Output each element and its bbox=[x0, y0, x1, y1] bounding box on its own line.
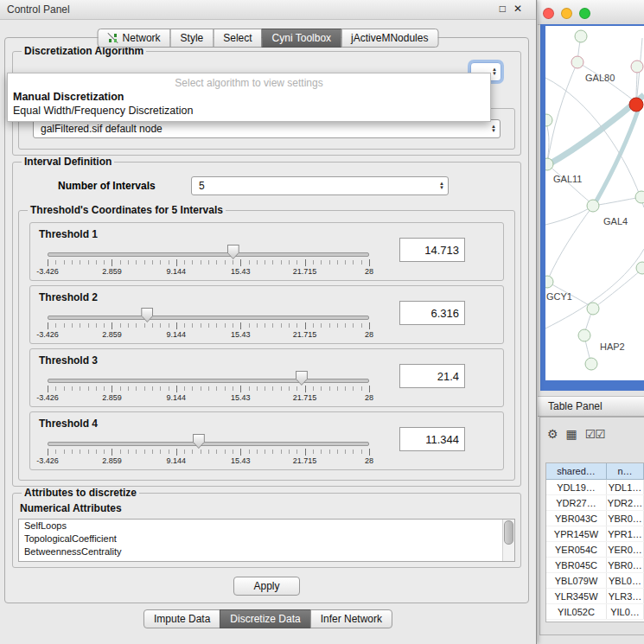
table-row[interactable]: YBR043CYBR0… bbox=[546, 511, 644, 526]
table-row[interactable]: YLR345WYLR3… bbox=[546, 589, 644, 604]
numerical-attributes-list[interactable]: SelfLoopsTopologicalCoefficientBetweenne… bbox=[18, 519, 515, 562]
combo-arrows-icon: ▲▼ bbox=[492, 67, 497, 76]
tab-jactivemnodules[interactable]: jActiveMNodules bbox=[341, 29, 438, 48]
slider-major-tick bbox=[240, 322, 241, 329]
attribute-item[interactable]: TopologicalCoefficient bbox=[19, 532, 514, 545]
tab-style-label: Style bbox=[181, 32, 204, 44]
close-traffic-light[interactable] bbox=[543, 8, 554, 19]
tab-cyni-toolbox[interactable]: Cyni Toolbox bbox=[262, 29, 341, 48]
attribute-item[interactable]: SelfLoops bbox=[19, 520, 514, 532]
threshold-value-input[interactable] bbox=[399, 301, 465, 325]
network-node-gcy1[interactable] bbox=[545, 276, 553, 288]
network-edge[interactable] bbox=[593, 269, 642, 309]
table-row[interactable]: YPR145WYPR1… bbox=[546, 526, 644, 542]
network-node[interactable] bbox=[575, 30, 587, 42]
number-of-intervals-value: 5 bbox=[199, 180, 205, 192]
table-data-combobox[interactable]: galFiltered.sif default node ▲▼ bbox=[33, 119, 501, 138]
threshold-slider[interactable]: -3.4262.8599.14415.4321.71528 bbox=[48, 433, 369, 468]
zoom-traffic-light[interactable] bbox=[579, 8, 590, 19]
threshold-label: Threshold 4 bbox=[39, 418, 98, 430]
network-edge[interactable] bbox=[593, 197, 641, 206]
column-header-shared[interactable]: shared… bbox=[546, 463, 607, 480]
tab-discretize-data[interactable]: Discretize Data bbox=[220, 609, 310, 628]
table-cell: YDR27… bbox=[546, 495, 607, 510]
table-cell: YBR043C bbox=[546, 511, 607, 526]
network-node[interactable] bbox=[636, 262, 644, 274]
table-panel-header[interactable]: Table Panel bbox=[538, 396, 644, 417]
threshold-value-input[interactable] bbox=[399, 427, 465, 451]
threshold-group: Threshold 4-3.4262.8599.14415.4321.71528 bbox=[29, 411, 504, 470]
threshold-slider[interactable]: -3.4262.8599.14415.4321.71528 bbox=[48, 244, 369, 278]
table-cell: YBR0… bbox=[607, 558, 644, 572]
network-node[interactable] bbox=[629, 98, 643, 112]
tab-style[interactable]: Style bbox=[170, 29, 214, 48]
scrollbar-thumb[interactable] bbox=[504, 520, 513, 545]
number-of-intervals-row: Number of Intervals 5 ▲▼ bbox=[58, 176, 515, 195]
slider-track[interactable] bbox=[48, 379, 369, 383]
slider-major-tick bbox=[240, 259, 241, 266]
network-window-titlebar[interactable] bbox=[538, 0, 644, 25]
slider-tick-label: -3.426 bbox=[36, 267, 59, 276]
slider-tick-label: -3.426 bbox=[36, 456, 59, 465]
number-of-intervals-combobox[interactable]: 5 ▲▼ bbox=[191, 176, 449, 195]
threshold-slider[interactable]: -3.4262.8599.14415.4321.71528 bbox=[48, 370, 369, 405]
table-row[interactable]: YBL079WYBL0… bbox=[546, 573, 644, 589]
dropdown-option-equal-width-frequency-discretization[interactable]: Equal Width/Frequency Discretization bbox=[8, 104, 490, 118]
apply-button[interactable]: Apply bbox=[233, 577, 299, 596]
minimize-traffic-light[interactable] bbox=[561, 8, 572, 19]
close-window-icon[interactable]: ✕ bbox=[513, 3, 522, 15]
threshold-value-input[interactable] bbox=[399, 238, 465, 262]
slider-minor-ticks bbox=[48, 260, 369, 265]
slider-thumb[interactable] bbox=[193, 434, 205, 449]
threshold-value-input[interactable] bbox=[399, 364, 465, 388]
threshold-slider[interactable]: -3.4262.8599.14415.4321.71528 bbox=[48, 307, 369, 341]
threshold-group: Threshold 3-3.4262.8599.14415.4321.71528 bbox=[29, 348, 504, 407]
float-window-icon[interactable]: □ bbox=[500, 3, 506, 15]
network-node[interactable] bbox=[587, 303, 599, 315]
network-node[interactable] bbox=[631, 61, 643, 73]
network-node[interactable] bbox=[585, 358, 597, 370]
slider-thumb[interactable] bbox=[227, 245, 239, 259]
column-header-n[interactable]: n… bbox=[607, 463, 644, 480]
control-panel-titlebar[interactable]: Control Panel □ ✕ bbox=[0, 0, 536, 20]
select-attributes-icon[interactable]: ☑☑ bbox=[585, 427, 605, 441]
network-node-gal11[interactable] bbox=[545, 158, 553, 170]
tab-infer-network[interactable]: Infer Network bbox=[310, 609, 392, 628]
table-row[interactable]: YIL052CYIL0… bbox=[546, 604, 644, 620]
slider-thumb[interactable] bbox=[296, 371, 308, 386]
slider-thumb[interactable] bbox=[141, 308, 153, 322]
table-cell: YPR1… bbox=[607, 526, 644, 541]
slider-major-tick bbox=[176, 322, 177, 329]
slider-tick-label: -3.426 bbox=[36, 330, 59, 339]
show-columns-icon[interactable]: ▦ bbox=[566, 427, 577, 441]
network-edge[interactable] bbox=[596, 108, 639, 202]
slider-tick-label: 15.43 bbox=[231, 456, 251, 465]
settings-gear-icon[interactable]: ⚙ bbox=[547, 427, 558, 441]
slider-track[interactable] bbox=[48, 316, 369, 320]
slider-track[interactable] bbox=[48, 252, 369, 257]
tab-network[interactable]: Network bbox=[98, 29, 171, 48]
table-cell: YBL0… bbox=[607, 573, 644, 588]
table-row[interactable]: YDL19…YDL1… bbox=[546, 480, 644, 495]
control-panel-content: Discretization Algorithm ▲▼ Table Data g… bbox=[5, 38, 528, 603]
network-node-gal4[interactable] bbox=[587, 200, 599, 212]
table-row[interactable]: YER054CYER0… bbox=[546, 542, 644, 558]
attribute-item[interactable]: BetweennessCentrality bbox=[19, 545, 514, 558]
slider-tick-label: 21.715 bbox=[293, 267, 317, 276]
network-node[interactable] bbox=[635, 191, 644, 203]
tab-select[interactable]: Select bbox=[213, 29, 262, 48]
table-toolbar: ⚙▦☑☑ bbox=[547, 423, 642, 445]
slider-track[interactable] bbox=[48, 442, 369, 446]
tab-impute-data[interactable]: Impute Data bbox=[143, 609, 220, 628]
attributes-scrollbar[interactable] bbox=[502, 520, 514, 561]
network-node[interactable] bbox=[545, 114, 552, 126]
table-row[interactable]: YDR27…YDR2… bbox=[546, 495, 644, 511]
table-row[interactable]: YBR045CYBR0… bbox=[546, 558, 644, 573]
slider-minor-ticks bbox=[48, 323, 369, 328]
network-node-hap2[interactable] bbox=[578, 329, 590, 341]
dropdown-option-manual-discretization[interactable]: Manual Discretization bbox=[8, 90, 490, 104]
network-canvas[interactable]: GAL80GAL11GAL4GCY1HAP2 bbox=[545, 26, 644, 380]
network-edge[interactable] bbox=[545, 207, 590, 225]
slider-major-tick bbox=[240, 386, 241, 392]
network-node-gal80[interactable] bbox=[571, 56, 583, 68]
